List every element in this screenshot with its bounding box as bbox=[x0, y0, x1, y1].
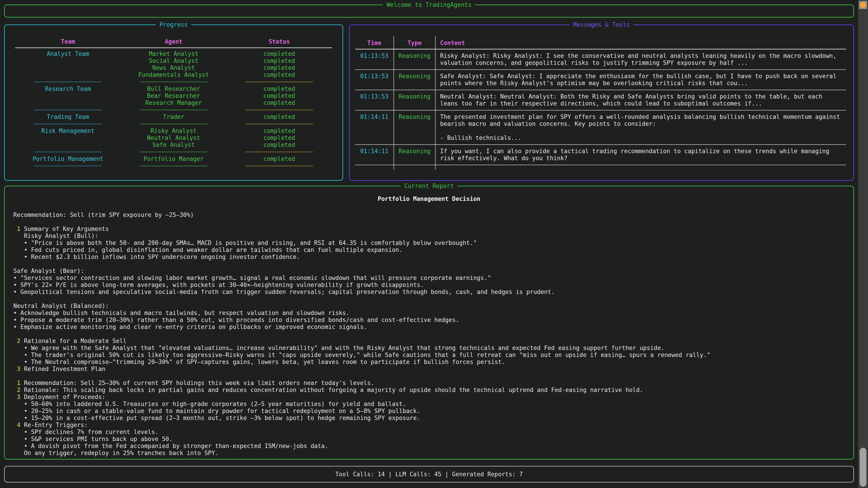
report-line-marker: 2 bbox=[17, 337, 24, 344]
report-line-marker: • bbox=[13, 317, 20, 323]
report-line: 1 Summary of Key Arguments bbox=[13, 225, 843, 232]
report-line: 3 Deployment of Proceeds: bbox=[13, 394, 843, 400]
report-line: • 50–60% into laddered U.S. Treasuries o… bbox=[13, 400, 843, 408]
messages-column-time: Time bbox=[355, 36, 394, 49]
progress-table: Team Agent Status Analyst TeamMarket Ana… bbox=[15, 38, 332, 169]
report-line: Neutral Analyst (Balanced): bbox=[13, 302, 843, 310]
messages-table-header: Time Type Content bbox=[355, 36, 846, 49]
message-content: The presented investment plan for SPY of… bbox=[435, 110, 846, 144]
progress-agent-cell: News Analyst bbox=[121, 64, 226, 71]
footer-panel: Tool Calls: 14 | LLM Calls: 45 | Generat… bbox=[4, 466, 854, 483]
progress-table-header: Team Agent Status bbox=[15, 38, 332, 47]
report-line-text: Summary of Key Arguments bbox=[24, 225, 109, 232]
messages-table-stub bbox=[355, 165, 846, 170]
progress-separator-team bbox=[34, 82, 102, 86]
progress-separator-agent bbox=[140, 82, 207, 86]
report-line: • SPY declines 7% from current levels. bbox=[13, 429, 843, 435]
report-panel: Current Report Portfolio Management Deci… bbox=[4, 186, 854, 459]
progress-section-separator bbox=[15, 106, 332, 113]
report-line-marker: • bbox=[13, 274, 20, 281]
report-heading: Portfolio Management Decision bbox=[5, 195, 853, 202]
message-type: Reasoning bbox=[394, 145, 435, 165]
scrollbar-thumb[interactable] bbox=[860, 448, 866, 487]
report-line-text: Re-Entry Triggers: bbox=[24, 422, 88, 428]
stub-type bbox=[394, 165, 435, 170]
report-line-text: Risky Analyst (Bull): bbox=[24, 232, 98, 239]
progress-agent-cell: Neutral Analyst bbox=[121, 134, 226, 141]
report-line-text: Recent $2.3 billion inflows into SPY und… bbox=[31, 254, 300, 260]
report-line: • Recent $2.3 billion inflows into SPY u… bbox=[13, 254, 843, 260]
report-line-marker: • bbox=[24, 415, 31, 421]
report-line-text: Neutral Analyst (Balanced): bbox=[13, 302, 109, 309]
report-line-marker: • bbox=[24, 443, 31, 449]
messages-panel: Messages & Tools Time Type Content 01:13… bbox=[349, 24, 854, 181]
report-line: • 20–25% in cash or a stable-value fund … bbox=[13, 408, 843, 415]
report-line-marker: • bbox=[24, 345, 31, 351]
report-line-text: Acknowledge bullish technicals and macro… bbox=[20, 310, 349, 316]
message-time: 01:14:11 bbox=[355, 110, 394, 144]
messages-panel-title: Messages & Tools bbox=[569, 21, 633, 29]
progress-agent-cell: Market Analyst bbox=[121, 51, 226, 57]
scroll-indicator-button[interactable] bbox=[859, 1, 867, 9]
stub-content bbox=[435, 165, 846, 170]
report-line-text: Rationale for a Moderate Sell bbox=[24, 337, 127, 344]
report-line-text: Rationale: This scaling back locks in pa… bbox=[24, 387, 643, 393]
progress-row: Research Managercompleted bbox=[15, 99, 332, 106]
report-line-text: Fed cuts priced in, global disinflation … bbox=[31, 247, 403, 253]
progress-status-cell: completed bbox=[226, 92, 332, 99]
progress-separator-status bbox=[246, 166, 313, 169]
progress-agent-cell: Bear Researcher bbox=[121, 92, 226, 99]
messages-table: Time Type Content 01:13:53ReasoningRisky… bbox=[355, 36, 846, 170]
progress-header-separator bbox=[15, 47, 332, 48]
report-line: Recommendation: Sell (trim SPY exposure … bbox=[13, 212, 843, 219]
report-line: 3 Refined Investment Plan bbox=[13, 365, 843, 372]
progress-agent-cell: Bull Researcher bbox=[121, 86, 226, 92]
progress-row: Research TeamBull Researchercompleted bbox=[15, 86, 332, 92]
welcome-panel: Welcome to TradingAgents bbox=[4, 4, 854, 18]
report-line-marker: 1 bbox=[17, 225, 24, 232]
progress-team-cell bbox=[15, 71, 121, 78]
message-row: 01:13:53ReasoningNeutral Analyst: Neutra… bbox=[355, 90, 846, 110]
message-type: Reasoning bbox=[394, 110, 435, 144]
report-line-marker: 4 bbox=[17, 422, 24, 428]
report-line-text: Propose a moderate trim (20–30%) rather … bbox=[20, 317, 459, 323]
report-line-text: 20–25% in cash or a stable-value fund to… bbox=[31, 408, 420, 414]
progress-row: Fundamentals Analystcompleted bbox=[15, 71, 332, 78]
report-line: On any trigger, redeploy in 25% tranches… bbox=[13, 450, 843, 457]
progress-row: Safe Analystcompleted bbox=[15, 141, 332, 149]
report-line-text bbox=[13, 260, 17, 267]
progress-section-separator bbox=[15, 162, 332, 169]
report-line-marker: 2 bbox=[17, 387, 24, 393]
report-line-marker: • bbox=[13, 289, 20, 295]
progress-agent-cell: Safe Analyst bbox=[121, 141, 226, 149]
report-line: • 15–20% in a cost-effective put spread … bbox=[13, 415, 843, 422]
report-panel-title: Current Report bbox=[401, 182, 457, 190]
report-line-text: Recommendation: Sell (trim SPY exposure … bbox=[13, 212, 194, 218]
progress-agent-cell: Fundamentals Analyst bbox=[121, 71, 226, 78]
progress-row: Neutral Analystcompleted bbox=[15, 134, 332, 141]
progress-agent-cell: Portfolio Manager bbox=[121, 156, 226, 162]
progress-team-cell bbox=[15, 92, 121, 99]
progress-column-status: Status bbox=[226, 38, 332, 47]
progress-separator-status bbox=[246, 124, 313, 127]
report-line bbox=[13, 260, 843, 267]
report-line bbox=[13, 330, 843, 337]
report-line-marker: 1 bbox=[17, 380, 24, 386]
report-line bbox=[13, 219, 843, 225]
progress-team-cell bbox=[15, 57, 121, 64]
progress-separator-agent bbox=[140, 166, 207, 169]
progress-agent-cell: Social Analyst bbox=[121, 57, 226, 64]
progress-section-separator bbox=[15, 78, 332, 86]
scrollbar-track[interactable] bbox=[858, 0, 868, 488]
progress-section-separator bbox=[15, 149, 332, 156]
stub-time bbox=[355, 165, 394, 170]
progress-row: Trading TeamTradercompleted bbox=[15, 113, 332, 121]
message-type: Reasoning bbox=[394, 90, 435, 110]
report-line-text bbox=[13, 372, 17, 379]
progress-status-cell: completed bbox=[226, 64, 332, 71]
message-content: Risky Analyst: Risky Analyst: I see the … bbox=[435, 50, 846, 69]
report-line: • A dovish pivot from the Fed accompanie… bbox=[13, 443, 843, 450]
report-line-text: SPY's 22× P/E is above long-term average… bbox=[20, 282, 424, 288]
report-line-marker: 3 bbox=[17, 365, 24, 372]
message-content: Neutral Analyst: Neutral Analyst: Both t… bbox=[435, 90, 846, 110]
